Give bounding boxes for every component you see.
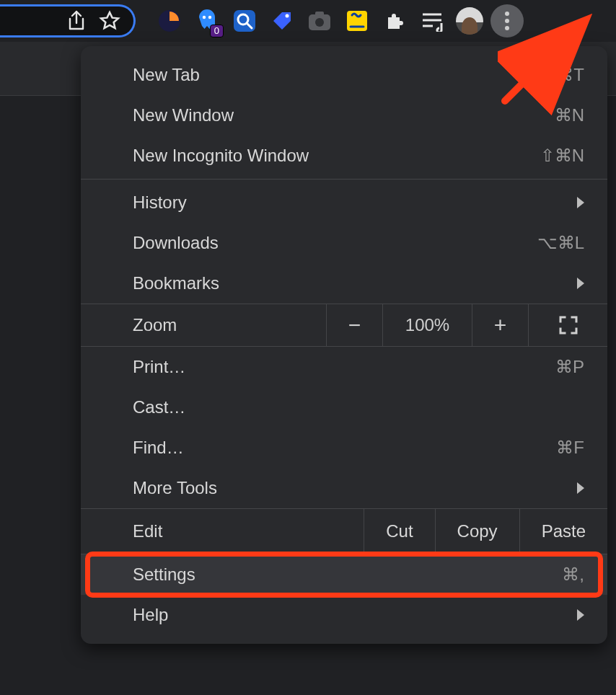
menu-find[interactable]: Find… ⌘F (81, 428, 607, 468)
svg-point-15 (505, 19, 509, 23)
zoom-level: 100% (382, 304, 472, 346)
menu-zoom-row: Zoom − 100% + (81, 304, 607, 347)
menu-edit-label: Edit (81, 509, 364, 554)
menu-label: Find… (133, 438, 184, 458)
menu-print[interactable]: Print… ⌘P (81, 347, 607, 387)
omnibox-right-cap (0, 4, 136, 37)
menu-bookmarks[interactable]: Bookmarks (81, 263, 607, 304)
menu-shortcut: ⌘T (556, 65, 584, 85)
svg-rect-10 (347, 11, 367, 31)
edit-cut-button[interactable]: Cut (364, 509, 434, 554)
menu-label: New Window (133, 105, 234, 125)
menu-cast[interactable]: Cast… (81, 387, 607, 428)
svg-point-2 (208, 16, 211, 19)
menu-label: Downloads (133, 233, 219, 253)
extension-ghost-icon[interactable]: 0 (189, 3, 225, 39)
kebab-icon (490, 4, 524, 37)
edit-paste-button[interactable]: Paste (519, 509, 607, 554)
menu-more-tools[interactable]: More Tools (81, 468, 607, 508)
zoom-out-button[interactable]: − (326, 304, 382, 346)
menu-new-tab[interactable]: New Tab ⌘T (81, 55, 607, 95)
menu-label: Help (133, 605, 168, 625)
menu-new-incognito[interactable]: New Incognito Window ⇧⌘N (81, 136, 607, 176)
menu-edit-row: Edit Cut Copy Paste (81, 508, 607, 554)
menu-shortcut: ⌥⌘L (537, 233, 584, 253)
menu-label: Print… (133, 357, 185, 377)
extension-camera-icon[interactable] (302, 3, 338, 39)
extension-badge: 0 (210, 25, 224, 37)
avatar-image (456, 7, 483, 35)
fullscreen-button[interactable] (528, 304, 607, 346)
menu-label: New Incognito Window (133, 146, 309, 166)
svg-point-14 (505, 12, 509, 16)
more-menu-button[interactable] (489, 3, 525, 39)
extension-notes-icon[interactable] (339, 3, 375, 39)
extension-search-icon[interactable] (226, 3, 263, 39)
svg-point-6 (286, 14, 289, 18)
share-icon[interactable] (67, 10, 86, 32)
browser-toolbar: 0 (0, 0, 616, 42)
menu-settings[interactable]: Settings ⌘, (81, 554, 607, 595)
menu-label: Settings (133, 565, 195, 585)
chevron-right-icon (577, 609, 584, 621)
star-icon[interactable] (99, 10, 120, 32)
menu-zoom-label: Zoom (81, 304, 326, 346)
extensions-puzzle-icon[interactable] (377, 3, 413, 39)
menu-shortcut: ⌘F (556, 438, 584, 458)
menu-separator (81, 179, 607, 180)
extension-tag-icon[interactable] (264, 3, 300, 39)
chrome-main-menu: New Tab ⌘T New Window ⌘N New Incognito W… (81, 46, 607, 644)
menu-new-window[interactable]: New Window ⌘N (81, 95, 607, 136)
menu-label: New Tab (133, 65, 200, 85)
menu-downloads[interactable]: Downloads ⌥⌘L (81, 223, 607, 263)
menu-label: Bookmarks (133, 273, 219, 293)
chevron-right-icon (577, 482, 584, 494)
extension-similarweb-icon[interactable] (151, 3, 188, 39)
fullscreen-icon (558, 315, 578, 335)
menu-shortcut: ⌘, (562, 565, 584, 585)
zoom-in-button[interactable]: + (472, 304, 528, 346)
svg-rect-8 (315, 12, 324, 16)
media-playlist-icon[interactable] (414, 3, 450, 39)
svg-point-1 (203, 16, 206, 19)
edit-copy-button[interactable]: Copy (435, 509, 519, 554)
menu-shortcut: ⇧⌘N (540, 146, 584, 166)
menu-label: Cast… (133, 397, 185, 417)
svg-point-9 (315, 18, 324, 27)
menu-shortcut: ⌘N (555, 105, 584, 125)
menu-history[interactable]: History (81, 182, 607, 223)
menu-label: More Tools (133, 478, 217, 498)
menu-help[interactable]: Help (81, 595, 607, 635)
svg-point-16 (505, 26, 509, 30)
chevron-right-icon (577, 278, 584, 289)
chevron-right-icon (577, 197, 584, 208)
menu-shortcut: ⌘P (555, 357, 584, 377)
profile-avatar[interactable] (452, 3, 488, 39)
menu-label: History (133, 192, 187, 213)
